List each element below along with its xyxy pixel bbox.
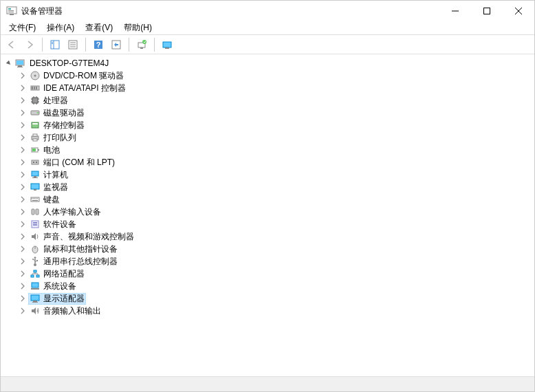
svg-rect-54 <box>32 160 39 164</box>
tree-node-row[interactable]: 人体学输入设备 <box>14 206 534 218</box>
toolbar-separator <box>154 38 155 52</box>
action-button[interactable] <box>108 36 124 53</box>
maximize-button[interactable] <box>471 1 503 21</box>
svg-rect-58 <box>34 176 36 177</box>
usb-icon <box>30 256 41 267</box>
tree-node-row[interactable]: 软件设备 <box>14 218 534 230</box>
svg-rect-34 <box>36 87 37 89</box>
svg-rect-24 <box>165 47 169 49</box>
expand-icon[interactable] <box>17 132 28 143</box>
tree-node-label: 系统设备 <box>43 281 76 292</box>
back-button[interactable] <box>3 36 20 53</box>
device-tree-panel[interactable]: DESKTOP-G7TEM4J DVD/CD-ROM 驱动器IDE ATA/AT… <box>1 54 534 376</box>
tree-node: 软件设备 <box>14 218 534 230</box>
expand-icon[interactable] <box>17 169 28 180</box>
add-legacy-hardware-button[interactable] <box>159 36 175 53</box>
menu-file[interactable]: 文件(F) <box>3 21 41 35</box>
svg-rect-33 <box>34 87 35 89</box>
tree-node-row[interactable]: DVD/CD-ROM 驱动器 <box>14 69 534 82</box>
tree-node: 系统设备 <box>14 280 534 292</box>
expand-icon[interactable] <box>17 281 28 292</box>
expand-icon[interactable] <box>17 157 28 168</box>
menu-help[interactable]: 帮助(H) <box>118 21 157 35</box>
svg-rect-79 <box>36 260 38 261</box>
system-icon <box>30 281 41 292</box>
close-button[interactable] <box>503 1 534 21</box>
tree-node-row[interactable]: 电池 <box>14 144 534 156</box>
tree-node-row[interactable]: 系统设备 <box>14 280 534 292</box>
expand-icon[interactable] <box>17 206 28 217</box>
menu-action[interactable]: 操作(A) <box>41 21 80 35</box>
svg-rect-28 <box>17 67 23 67</box>
forward-button[interactable] <box>21 36 38 53</box>
svg-point-45 <box>37 112 39 113</box>
tree-node-row[interactable]: 处理器 <box>14 94 534 107</box>
expand-icon[interactable] <box>17 268 28 279</box>
menu-bar: 文件(F) 操作(A) 查看(V) 帮助(H) <box>1 21 534 35</box>
tree-node-label-wrap: 电池 <box>28 144 61 156</box>
tree-node-row[interactable]: 显示适配器 <box>14 292 534 305</box>
tree-node-row[interactable]: 键盘 <box>14 193 534 206</box>
tree-node-row[interactable]: 声音、视频和游戏控制器 <box>14 230 534 243</box>
properties-button[interactable] <box>65 36 81 53</box>
expand-icon[interactable] <box>17 83 28 94</box>
svg-rect-1 <box>8 8 11 10</box>
expand-icon[interactable] <box>17 256 28 267</box>
expand-icon[interactable] <box>17 95 28 106</box>
show-hide-console-tree-button[interactable] <box>47 36 63 53</box>
audio-icon <box>30 305 41 316</box>
menu-view[interactable]: 查看(V) <box>80 21 118 35</box>
expand-icon[interactable] <box>17 293 28 304</box>
svg-rect-81 <box>36 275 39 277</box>
tree-node-label-wrap: 端口 (COM 和 LPT) <box>28 157 116 168</box>
ide-icon <box>30 83 41 94</box>
expand-icon[interactable] <box>17 120 28 131</box>
tree-node-label-wrap: 打印队列 <box>28 132 78 144</box>
tree-node-row[interactable]: 端口 (COM 和 LPT) <box>14 156 534 168</box>
tree-node-label-wrap: 鼠标和其他指针设备 <box>28 243 119 255</box>
minimize-button[interactable] <box>439 1 471 21</box>
tree-node-row[interactable]: 磁盘驱动器 <box>14 107 534 119</box>
status-bar <box>1 376 534 391</box>
tree-root-label: DESKTOP-G7TEM4J <box>30 58 109 68</box>
tree-node: 电池 <box>14 144 534 156</box>
tree-node-row[interactable]: IDE ATA/ATAPI 控制器 <box>14 82 534 94</box>
svg-rect-60 <box>31 184 39 189</box>
expand-icon[interactable] <box>17 305 28 316</box>
tree-node-row[interactable]: 监视器 <box>14 181 534 193</box>
tree-node: IDE ATA/ATAPI 控制器 <box>14 82 534 94</box>
tree-node-label-wrap: 系统设备 <box>28 281 78 292</box>
collapse-icon[interactable] <box>3 58 14 69</box>
tree-node-row[interactable]: 网络适配器 <box>14 268 534 280</box>
svg-rect-4 <box>10 14 14 15</box>
svg-rect-72 <box>33 222 37 224</box>
tree-node-label: 声音、视频和游戏控制器 <box>43 231 134 243</box>
tree-node-label-wrap: 计算机 <box>28 169 69 181</box>
tree-root-row[interactable]: DESKTOP-G7TEM4J <box>1 57 534 69</box>
svg-rect-59 <box>32 177 38 178</box>
expand-icon[interactable] <box>17 219 28 230</box>
help-button[interactable]: ? <box>90 36 107 53</box>
svg-rect-21 <box>140 47 143 49</box>
expand-icon[interactable] <box>17 182 28 193</box>
expand-icon[interactable] <box>17 70 28 81</box>
svg-rect-35 <box>32 98 38 103</box>
expand-icon[interactable] <box>17 243 28 254</box>
tree-node-row[interactable]: 音频输入和输出 <box>14 305 534 317</box>
scan-hardware-button[interactable] <box>133 36 150 53</box>
expand-icon[interactable] <box>17 194 28 205</box>
tree-node: 音频输入和输出 <box>14 305 534 317</box>
tree-node-row[interactable]: 存储控制器 <box>14 119 534 131</box>
tree-node-row[interactable]: 通用串行总线控制器 <box>14 255 534 268</box>
tree-node-row[interactable]: 计算机 <box>14 168 534 181</box>
svg-rect-73 <box>33 224 37 226</box>
tree-node-row[interactable]: 鼠标和其他指针设备 <box>14 243 534 255</box>
tree-node-row[interactable]: 打印队列 <box>14 131 534 144</box>
expand-icon[interactable] <box>17 107 28 118</box>
svg-rect-3 <box>8 12 14 12</box>
toolbar-separator <box>42 38 43 52</box>
expand-icon[interactable] <box>17 231 28 242</box>
app-icon <box>6 6 17 17</box>
tree-node-label: 磁盘驱动器 <box>43 107 85 119</box>
expand-icon[interactable] <box>17 144 28 155</box>
